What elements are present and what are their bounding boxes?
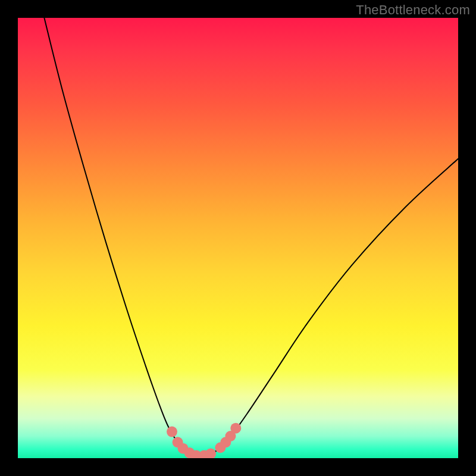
curve-layer xyxy=(18,18,458,458)
watermark-text: TheBottleneck.com xyxy=(356,2,470,18)
plot-area xyxy=(18,18,458,458)
bottleneck-curve xyxy=(44,18,458,456)
chart-frame: TheBottleneck.com xyxy=(0,0,476,476)
curve-marker xyxy=(167,427,177,437)
curve-markers xyxy=(167,423,241,458)
curve-marker xyxy=(205,449,216,458)
curve-marker xyxy=(230,423,241,434)
